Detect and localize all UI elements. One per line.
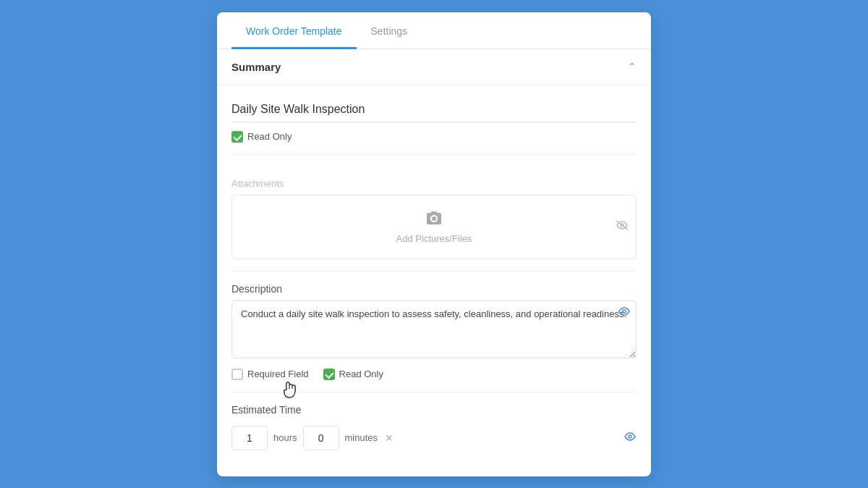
- camera-icon: [425, 210, 443, 229]
- hours-unit: hours: [273, 432, 297, 443]
- attachments-eye-icon[interactable]: [616, 220, 629, 233]
- clear-time-icon[interactable]: ✕: [385, 432, 393, 444]
- tabs-bar: Work Order Template Settings: [217, 12, 651, 49]
- description-eye-icon[interactable]: [618, 306, 631, 319]
- summary-section-header: Summary ⌃: [217, 49, 651, 85]
- attachments-label: Attachments: [231, 178, 637, 189]
- description-readonly-label: Read Only: [339, 369, 383, 379]
- description-label: Description: [231, 283, 637, 295]
- content-area: Read Only Attachments Add Pictures/Files: [217, 85, 651, 476]
- required-field-checkbox[interactable]: [231, 369, 243, 380]
- summary-field-block: Read Only: [231, 85, 637, 155]
- summary-readonly-row: Read Only: [231, 131, 637, 143]
- hours-input[interactable]: [231, 426, 268, 450]
- tab-work-order-template[interactable]: Work Order Template: [231, 12, 357, 49]
- description-options: Required Field Read Only: [231, 369, 637, 380]
- summary-readonly-label: Read Only: [247, 131, 292, 142]
- svg-point-0: [432, 216, 436, 221]
- description-textarea[interactable]: Conduct a daily site walk inspection to …: [231, 300, 637, 358]
- description-readonly-checkbox[interactable]: [323, 369, 335, 380]
- main-card: Work Order Template Settings Summary ⌃ R…: [217, 12, 651, 476]
- svg-point-2: [623, 310, 626, 313]
- chevron-up-icon[interactable]: ⌃: [628, 61, 637, 72]
- attachments-block: Attachments Add Pictures/Files: [231, 155, 637, 272]
- required-field-label: Required Field: [247, 369, 309, 379]
- time-row: hours minutes ✕: [231, 426, 637, 450]
- description-block: Description Conduct a daily site walk in…: [231, 272, 637, 392]
- estimated-time-label: Estimated Time: [231, 404, 637, 416]
- svg-point-3: [629, 435, 631, 438]
- summary-title: Summary: [231, 61, 281, 73]
- estimated-time-block: Estimated Time hours minutes ✕: [231, 392, 637, 462]
- summary-readonly-checkbox[interactable]: [231, 131, 243, 143]
- summary-readonly-checkbox-wrapper: Read Only: [231, 131, 292, 143]
- required-field-wrapper: Required Field: [231, 369, 309, 380]
- minutes-input[interactable]: [303, 426, 339, 450]
- minutes-unit: minutes: [345, 432, 378, 443]
- description-options-row: Required Field Read Only: [231, 369, 637, 380]
- attachments-box[interactable]: Add Pictures/Files: [231, 195, 637, 259]
- summary-input[interactable]: [231, 97, 637, 122]
- add-files-area[interactable]: Add Pictures/Files: [396, 210, 472, 244]
- add-files-text: Add Pictures/Files: [396, 233, 472, 244]
- estimated-time-eye-icon[interactable]: [624, 432, 637, 445]
- description-readonly-wrapper: Read Only: [323, 369, 383, 380]
- tab-settings[interactable]: Settings: [357, 12, 422, 49]
